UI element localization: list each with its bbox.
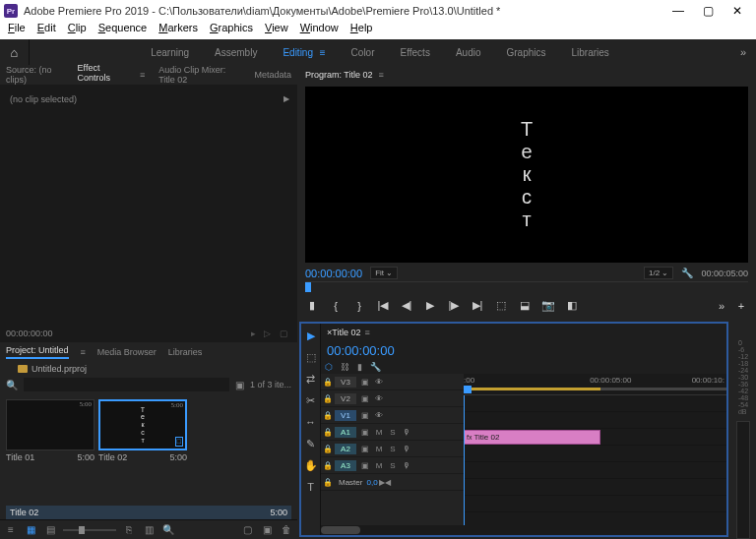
menu-file[interactable]: File <box>2 22 32 39</box>
extract-icon[interactable]: ⬓ <box>518 299 532 312</box>
track-target[interactable]: V3 <box>335 377 356 388</box>
program-playhead[interactable] <box>305 282 311 292</box>
tool-0[interactable]: ▶ <box>303 328 319 343</box>
marker-icon[interactable]: ▮ <box>357 362 362 372</box>
more-transport-icon[interactable]: » <box>715 300 728 312</box>
track-btn[interactable]: 🎙 <box>400 445 413 453</box>
project-search-input[interactable] <box>24 378 229 391</box>
lock-icon[interactable]: 🔒 <box>321 411 335 420</box>
menu-sequence[interactable]: Sequence <box>93 22 154 39</box>
mark-out-icon[interactable]: } <box>352 300 366 312</box>
compare-icon[interactable]: ◧ <box>565 299 579 312</box>
panel-menu-icon[interactable]: ≡ <box>379 70 384 80</box>
sequence-tab[interactable]: × Title 02 ≡ <box>321 324 726 341</box>
bin-item[interactable]: Текст5:00□Title 025:00 <box>98 399 187 500</box>
track-lane[interactable]: fx Title 02 <box>464 429 726 446</box>
track-btn[interactable]: 👁 <box>372 411 386 420</box>
playhead-line[interactable] <box>464 395 465 525</box>
program-ruler[interactable] <box>305 281 748 295</box>
selected-item-row[interactable]: Title 02 5:00 <box>6 506 291 519</box>
home-icon[interactable]: ⌂ <box>0 39 30 65</box>
mark-in-icon[interactable]: { <box>329 300 343 312</box>
minimize-button[interactable]: — <box>663 0 693 22</box>
export-frame-icon[interactable]: 📷 <box>541 299 555 312</box>
lock-icon[interactable]: 🔒 <box>321 445 335 453</box>
workspace-audio[interactable]: Audio <box>452 45 485 60</box>
lift-icon[interactable]: ⬚ <box>494 299 508 312</box>
add-button-icon[interactable]: + <box>734 300 748 312</box>
timeline-playhead[interactable] <box>464 386 472 393</box>
menu-edit[interactable]: Edit <box>32 22 62 39</box>
track-btn[interactable]: 👁 <box>372 394 386 403</box>
menu-clip[interactable]: Clip <box>62 22 93 39</box>
workspace-graphics[interactable]: Graphics <box>502 45 549 60</box>
track-lane[interactable] <box>464 446 726 462</box>
source-tab-0[interactable]: Source: (no clips) <box>6 65 64 85</box>
project-tab-0[interactable]: Project: Untitled <box>6 345 69 359</box>
track-header-V3[interactable]: 🔒V3▣👁 <box>321 374 464 390</box>
tool-3[interactable]: ✂ <box>303 392 319 408</box>
snap-icon[interactable]: ⬡ <box>325 362 333 372</box>
track-header-A3[interactable]: 🔒A3▣MS🎙 <box>321 457 464 474</box>
track-target[interactable]: V2 <box>335 393 356 404</box>
tool-6[interactable]: ✋ <box>303 457 319 473</box>
source-tab-2[interactable]: Audio Clip Mixer: Title 02 <box>158 65 240 85</box>
close-button[interactable]: ✕ <box>723 0 752 22</box>
timeline-ruler[interactable]: :00 00:00:05:00 00:00:10: <box>464 374 726 395</box>
track-btn[interactable]: M <box>372 445 386 453</box>
workspace-editing[interactable]: Editing ≡ <box>279 45 329 60</box>
link-icon[interactable]: ⛓ <box>341 362 349 372</box>
list-view-icon[interactable]: ≡ <box>4 524 18 535</box>
freeform-view-icon[interactable]: ▤ <box>43 524 57 535</box>
track-header-A1[interactable]: 🔒A1▣MS🎙 <box>321 424 464 441</box>
track-lane[interactable] <box>464 395 726 412</box>
program-tab[interactable]: Program: Title 02≡ <box>297 65 756 85</box>
workspace-assembly[interactable]: Assembly <box>211 45 261 60</box>
step-fwd-icon[interactable]: |▶ <box>447 299 461 312</box>
workspace-color[interactable]: Color <box>347 45 379 60</box>
source-tab-3[interactable]: Metadata <box>254 70 291 80</box>
track-lane[interactable] <box>464 479 726 496</box>
thumbnail-size-slider[interactable] <box>63 529 116 531</box>
tool-7[interactable]: T <box>303 479 319 495</box>
sort-icon[interactable]: ⎘ <box>122 524 136 535</box>
track-btn[interactable]: ▣ <box>358 428 372 437</box>
track-lane[interactable] <box>464 462 726 479</box>
menu-window[interactable]: Window <box>294 22 345 39</box>
track-btn[interactable]: ▣ <box>358 411 372 420</box>
lock-icon[interactable]: 🔒 <box>321 394 335 403</box>
new-item-button[interactable]: ▣ <box>260 524 274 535</box>
timeline-clip[interactable]: fx Title 02 <box>464 430 600 445</box>
auto-sequence-icon[interactable]: ▥ <box>142 524 156 535</box>
go-out-icon[interactable]: ▶| <box>471 299 484 312</box>
icon-view-icon[interactable]: ▦ <box>24 524 37 535</box>
track-header-V2[interactable]: 🔒V2▣👁 <box>321 390 464 407</box>
workspace-libraries[interactable]: Libraries <box>568 45 613 60</box>
track-btn[interactable]: S <box>386 461 400 470</box>
work-area-bar[interactable] <box>464 388 600 390</box>
maximize-button[interactable]: ▢ <box>693 0 723 22</box>
menu-help[interactable]: Help <box>345 22 379 39</box>
new-bin-button[interactable]: ▢ <box>240 524 254 535</box>
timeline-zoom-scroll[interactable] <box>321 525 726 535</box>
new-bin-icon[interactable]: ▣ <box>235 380 244 390</box>
source-tab-1[interactable]: Effect Controls <box>78 63 126 87</box>
menu-markers[interactable]: Markers <box>153 22 204 39</box>
track-lane[interactable] <box>464 412 726 429</box>
track-btn[interactable]: ▣ <box>358 461 372 470</box>
project-tab-2[interactable]: Libraries <box>168 347 203 357</box>
delete-button[interactable]: 🗑 <box>280 524 293 535</box>
workspace-effects[interactable]: Effects <box>397 45 434 60</box>
step-back-icon[interactable]: ◀| <box>400 299 413 312</box>
program-tc-left[interactable]: 00:00:00:00 <box>305 268 362 279</box>
track-btn[interactable]: S <box>386 428 400 437</box>
track-btn[interactable]: M <box>372 428 386 437</box>
track-header-V1[interactable]: 🔒V1▣👁 <box>321 407 464 424</box>
track-target[interactable]: A1 <box>335 427 356 438</box>
track-btn[interactable]: ▣ <box>358 378 372 387</box>
tool-4[interactable]: ↔ <box>303 414 319 430</box>
find-icon[interactable]: 🔍 <box>161 524 175 535</box>
workspace-overflow-icon[interactable]: » <box>730 46 756 58</box>
lock-icon[interactable]: 🔒 <box>321 378 335 387</box>
tool-2[interactable]: ⇄ <box>303 371 319 387</box>
